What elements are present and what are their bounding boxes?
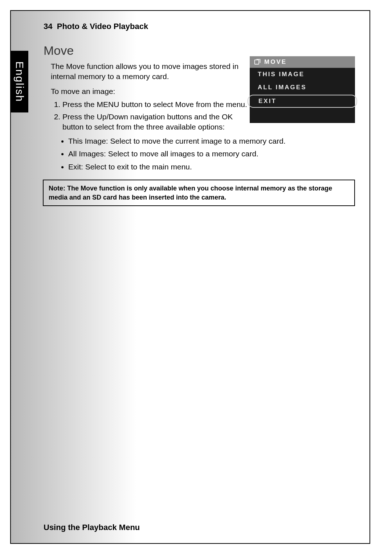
- device-menu: MOVE THIS IMAGE ALL IMAGES EXIT: [250, 56, 355, 123]
- content-area: Move The Move function allows you to mov…: [44, 44, 355, 206]
- device-menu-title: MOVE: [264, 58, 287, 66]
- move-icon: [253, 58, 261, 66]
- device-menu-item-selected[interactable]: EXIT: [248, 95, 357, 108]
- intro-text: The Move function allows you to move ima…: [51, 61, 240, 82]
- device-menu-item[interactable]: ALL IMAGES: [250, 81, 355, 94]
- options-list: This Image: Select to move the current i…: [61, 135, 355, 173]
- page-header-title: Photo & Video Playback: [57, 22, 148, 31]
- device-menu-spacer: [250, 108, 355, 123]
- svg-rect-0: [255, 60, 259, 64]
- page-header: 34 Photo & Video Playback: [44, 22, 148, 31]
- step-item: Press the Up/Down navigation buttons and…: [62, 112, 251, 132]
- device-menu-title-bar: MOVE: [250, 56, 355, 68]
- option-item: This Image: Select to move the current i…: [68, 135, 355, 147]
- page-number: 34: [44, 22, 52, 31]
- language-tab-label: English: [13, 61, 26, 102]
- step-item: Press the MENU button to select Move fro…: [62, 99, 251, 110]
- page-footer: Using the Playback Menu: [44, 523, 140, 532]
- option-item: Exit: Select to exit to the main menu.: [68, 161, 355, 173]
- language-tab: English: [11, 51, 28, 112]
- option-item: All Images: Select to move all images to…: [68, 148, 355, 160]
- steps-list: Press the MENU button to select Move fro…: [52, 99, 251, 132]
- page-frame: English 34 Photo & Video Playback Move T…: [10, 10, 370, 544]
- note-box: Note: The Move function is only availabl…: [43, 180, 355, 206]
- section-title: Move: [44, 44, 355, 58]
- device-menu-item[interactable]: THIS IMAGE: [250, 68, 355, 81]
